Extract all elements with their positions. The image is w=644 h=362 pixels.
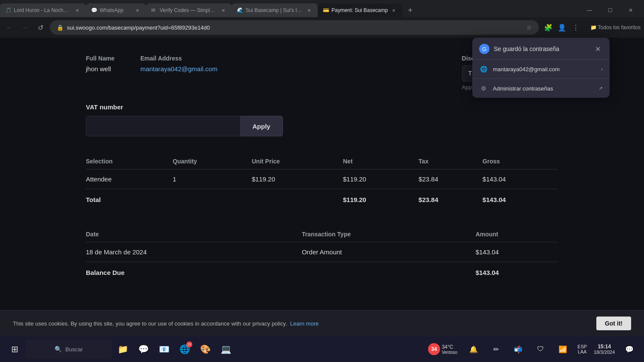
total-quantity-empty <box>173 189 252 210</box>
full-name-col: Full Name jhon well <box>86 55 115 73</box>
taskbar-chat[interactable]: 💬 <box>134 340 153 359</box>
col-amount: Amount <box>476 226 558 242</box>
tab-payment[interactable]: 💳 Payment: Sui Basecamp ✕ <box>318 3 402 17</box>
tab-favicon-whatsapp: 💬 <box>91 7 97 13</box>
taskbar-wifi[interactable]: 📶 <box>553 340 572 359</box>
mail-icon: 📧 <box>159 344 170 354</box>
email-value: mantaraya042@gmail.com <box>140 65 217 72</box>
taskbar-notifications[interactable]: 🔔 <box>464 340 483 359</box>
tab-favicon-simplycodes: ✉ <box>151 7 157 13</box>
file-explorer-icon: 📁 <box>118 344 128 354</box>
weather-temperature-badge: 34 <box>428 343 440 355</box>
tab-close-youtube[interactable]: ✕ <box>74 7 81 14</box>
vat-section: VAT number Apply <box>86 103 558 136</box>
col-gross: Gross <box>483 154 558 169</box>
bookmark-icon[interactable]: ☆ <box>526 24 532 31</box>
total-gross: $143.04 <box>483 189 558 210</box>
balance-label: Balance Due <box>86 262 302 283</box>
url-text: sui.swoogo.com/basecamp/payment?uid=65f8… <box>67 24 523 31</box>
clock[interactable]: 15:14 18/3/2024 <box>592 344 617 355</box>
cookie-banner: This site uses cookies. By using this si… <box>0 310 644 336</box>
tab-close-simplycodes[interactable]: ✕ <box>220 7 227 14</box>
popup-arrow-icon: › <box>601 66 603 72</box>
profile-icon[interactable]: 👤 <box>556 21 568 33</box>
action-center[interactable]: 💬 <box>620 340 639 359</box>
globe-icon: 🌐 <box>479 65 488 73</box>
email-label: Email Address <box>140 55 217 62</box>
transaction-table-header-row: Date Transaction Type Amount <box>86 226 558 242</box>
balance-empty <box>302 262 476 283</box>
popup-google-icon: G <box>479 44 489 54</box>
tab-title-youtube: Lord Huron - La Noche En Que... <box>14 7 71 13</box>
taskbar-mail-2[interactable]: 📬 <box>509 340 528 359</box>
pen-icon: ✏ <box>493 345 499 353</box>
col-unit-price: Unit Price <box>252 154 343 169</box>
taskbar-code[interactable]: 💻 <box>216 340 235 359</box>
tab-favicon-youtube: 🎵 <box>5 7 11 13</box>
row-quantity: 1 <box>173 169 252 189</box>
maximize-button[interactable]: ☐ <box>600 4 620 16</box>
browser-badge: 77 <box>186 341 192 347</box>
tab-close-sui[interactable]: ✕ <box>306 7 313 14</box>
taskbar-browser[interactable]: 🌐 77 <box>175 340 194 359</box>
tab-title-payment: Payment: Sui Basecamp <box>331 7 388 13</box>
language-indicator[interactable]: ESPLAA <box>576 344 589 354</box>
popup-title: Se guardó la contraseña <box>494 45 588 52</box>
full-name-label: Full Name <box>86 55 115 62</box>
vat-input[interactable] <box>86 116 240 136</box>
balance-due-row: Balance Due $143.04 <box>86 262 558 283</box>
shield-icon: 🛡 <box>537 345 544 353</box>
learn-more-link[interactable]: Learn more <box>290 320 319 327</box>
tab-youtube[interactable]: 🎵 Lord Huron - La Noche En Que... ✕ <box>0 3 86 17</box>
tab-simplycodes[interactable]: ✉ Verify Codes — SimplyCodes ✕ <box>146 3 232 17</box>
action-center-icon: 💬 <box>625 345 634 353</box>
minimize-button[interactable]: — <box>580 4 599 16</box>
trans-type: Order Amount <box>302 242 476 262</box>
row-gross: $143.04 <box>483 169 558 189</box>
window-controls: — ☐ ✕ <box>580 4 644 16</box>
back-button[interactable]: ← <box>3 21 15 33</box>
photoshop-icon: 🎨 <box>200 344 211 354</box>
table-row: Attendee 1 $119.20 $119.20 $23.84 $143.0… <box>86 169 558 189</box>
time-text: 15:14 <box>598 344 611 350</box>
email-col: Email Address mantaraya042@gmail.com <box>140 55 217 73</box>
language-text: ESPLAA <box>577 344 587 354</box>
refresh-button[interactable]: ↺ <box>34 21 46 33</box>
apply-button[interactable]: Apply <box>240 116 283 136</box>
new-tab-button[interactable]: + <box>404 4 416 16</box>
search-bar[interactable]: 🔍 Buscar <box>26 340 112 359</box>
tab-close-payment[interactable]: ✕ <box>390 7 397 14</box>
url-bar[interactable]: 🔒 sui.swoogo.com/basecamp/payment?uid=65… <box>50 20 539 35</box>
trans-date: 18 de March de 2024 <box>86 242 302 262</box>
row-selection: Attendee <box>86 169 173 189</box>
cookie-text: This site uses cookies. By using this si… <box>13 320 319 327</box>
tab-bar: 🎵 Lord Huron - La Noche En Que... ✕ 💬 Wh… <box>0 0 644 17</box>
url-icons: ☆ <box>526 24 532 31</box>
vat-label: VAT number <box>86 103 558 111</box>
taskbar-antivirus[interactable]: 🛡 <box>531 340 550 359</box>
popup-email-item[interactable]: 🌐 mantaraya042@gmail.com › <box>472 60 610 78</box>
full-name-value: jhon well <box>86 65 111 72</box>
close-button[interactable]: ✕ <box>621 4 641 16</box>
tab-title-sui: Sui Basecamp | Sui's Inaugural... <box>246 7 303 13</box>
taskbar-mail[interactable]: 📧 <box>155 340 173 359</box>
order-total-row: Total $119.20 $23.84 $143.04 <box>86 189 558 210</box>
menu-icon[interactable]: ⋮ <box>570 21 582 33</box>
got-it-button[interactable]: Got it! <box>596 317 631 330</box>
address-bar: ← → ↺ 🔒 sui.swoogo.com/basecamp/payment?… <box>0 17 644 38</box>
start-button[interactable]: ⊞ <box>5 340 24 359</box>
extensions-icon[interactable]: 🧩 <box>542 21 554 33</box>
taskbar-file-explorer[interactable]: 📁 <box>113 340 132 359</box>
popup-close-button[interactable]: ✕ <box>592 44 603 54</box>
taskbar-pen[interactable]: ✏ <box>486 340 505 359</box>
popup-manage-item[interactable]: ⚙ Administrar contraseñas ↗ <box>472 79 610 98</box>
tab-title-whatsapp: WhatsApp <box>100 7 131 13</box>
tab-sui-basecamp[interactable]: 🌊 Sui Basecamp | Sui's Inaugural... ✕ <box>232 3 318 17</box>
trans-amount: $143.04 <box>476 242 558 262</box>
taskbar-photoshop[interactable]: 🎨 <box>196 340 215 359</box>
tab-whatsapp[interactable]: 💬 WhatsApp ✕ <box>86 3 146 17</box>
forward-button[interactable]: → <box>19 21 31 33</box>
row-net: $119.20 <box>343 169 419 189</box>
total-label: Total <box>86 189 173 210</box>
tab-close-whatsapp[interactable]: ✕ <box>134 7 141 14</box>
